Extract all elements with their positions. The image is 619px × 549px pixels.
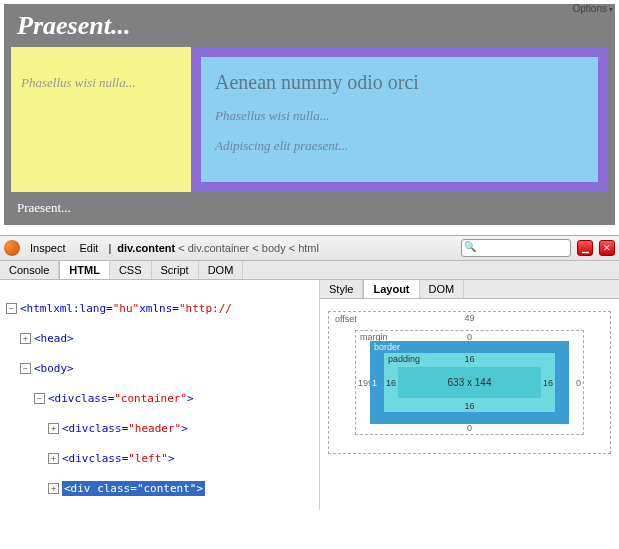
margin-bottom-value: 0	[467, 423, 472, 433]
padding-left-value: 16	[386, 378, 396, 388]
box-model: offset 49 margin 0 199.190 0 0 border 1 …	[320, 299, 619, 510]
padding-bottom-value: 16	[464, 401, 474, 411]
expand-icon[interactable]: +	[48, 423, 59, 434]
collapse-icon[interactable]: −	[34, 393, 45, 404]
tab-script[interactable]: Script	[152, 261, 199, 279]
tab-style[interactable]: Style	[320, 280, 363, 298]
padding-top-value: 16	[464, 354, 474, 364]
inspect-button[interactable]: Inspect	[26, 241, 69, 255]
collapse-icon[interactable]: −	[6, 303, 17, 314]
expand-icon[interactable]: +	[20, 333, 31, 344]
tab-dom-side[interactable]: DOM	[420, 280, 465, 298]
box-margin: margin 0 199.190 0 0 border 1 padding 16…	[355, 330, 584, 435]
padding-right-value: 16	[543, 378, 553, 388]
expand-icon[interactable]: +	[48, 453, 59, 464]
tab-layout[interactable]: Layout	[363, 279, 419, 298]
breadcrumb[interactable]: div.content < div.container < body < htm…	[117, 242, 319, 254]
tab-html[interactable]: HTML	[59, 260, 110, 279]
close-icon[interactable]: ✕	[599, 240, 615, 256]
content-paragraph: Phasellus wisi nulla...	[215, 108, 584, 124]
edit-button[interactable]: Edit	[75, 241, 102, 255]
panels: −<html xml:lang="hu" xmlns="http:// +<he…	[0, 280, 619, 510]
chevron-down-icon: ▾	[609, 5, 613, 14]
devtools: Inspect Edit | div.content < div.contain…	[0, 235, 619, 510]
preview-footer: Praesent...	[5, 192, 614, 224]
preview-content: Aenean nummy odio orci Phasellus wisi nu…	[191, 47, 608, 192]
tab-css[interactable]: CSS	[110, 261, 152, 279]
preview-header: Praesent...	[5, 5, 614, 47]
padding-label: padding	[388, 354, 420, 364]
container: Praesent... Phasellus wisi nulla... Aene…	[4, 4, 615, 225]
tree-node-selected[interactable]: +<div class="content">	[6, 481, 313, 496]
offset-label: offset	[335, 314, 357, 324]
options-menu[interactable]: Options▾	[573, 3, 613, 14]
offset-top-value: 49	[464, 313, 474, 323]
toolbar-separator: |	[108, 242, 111, 254]
html-tree-panel[interactable]: −<html xml:lang="hu" xmlns="http:// +<he…	[0, 280, 319, 510]
page-preview: Praesent... Phasellus wisi nulla... Aene…	[0, 0, 619, 229]
search-input[interactable]	[461, 239, 571, 257]
main-tabs: Console HTML CSS Script DOM	[0, 261, 619, 280]
margin-right-value: 0	[576, 378, 581, 388]
box-border: border 1 padding 16 16 16 16 633 x 144	[370, 341, 569, 424]
preview-left-column: Phasellus wisi nulla...	[11, 47, 191, 192]
box-padding: padding 16 16 16 16 633 x 144	[384, 353, 555, 412]
box-content-dimensions: 633 x 144	[398, 367, 541, 398]
content-paragraph: Adipiscing elit praesent...	[215, 138, 584, 154]
expand-icon[interactable]: +	[48, 483, 59, 494]
minimize-icon[interactable]: ▁	[577, 240, 593, 256]
collapse-icon[interactable]: −	[20, 363, 31, 374]
border-left-value: 1	[372, 378, 377, 388]
side-tabs: Style Layout DOM Options▾	[320, 280, 619, 299]
side-panel: Style Layout DOM Options▾ offset 49 marg…	[319, 280, 619, 510]
tab-console[interactable]: Console	[0, 261, 59, 279]
box-offset: offset 49 margin 0 199.190 0 0 border 1 …	[328, 311, 611, 454]
firebug-icon[interactable]	[4, 240, 20, 256]
border-label: border	[374, 342, 400, 352]
content-heading: Aenean nummy odio orci	[215, 71, 584, 94]
preview-row: Phasellus wisi nulla... Aenean nummy odi…	[5, 47, 614, 192]
devtools-toolbar: Inspect Edit | div.content < div.contain…	[0, 236, 619, 261]
tab-dom[interactable]: DOM	[199, 261, 244, 279]
